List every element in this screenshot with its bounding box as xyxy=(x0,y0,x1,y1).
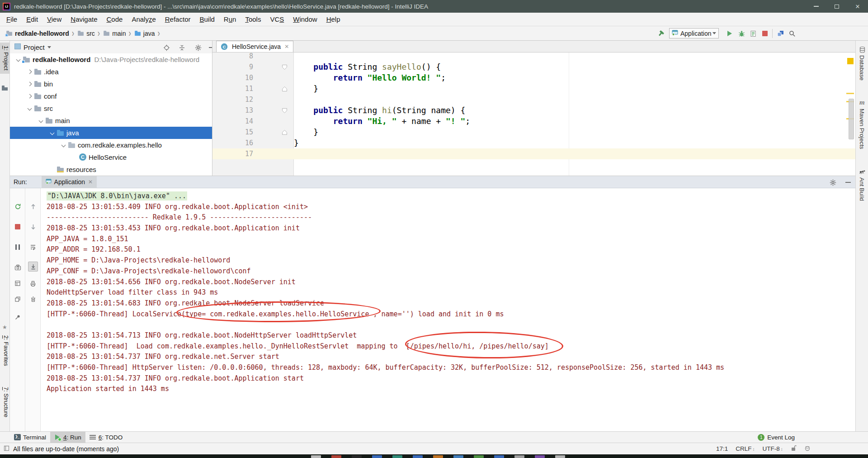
run-tab-application[interactable]: Application ✕ xyxy=(42,176,97,188)
pause-output-icon[interactable] xyxy=(13,242,23,252)
tree-chevron-icon[interactable] xyxy=(25,78,34,90)
tool-strip-tab-maven-projects[interactable]: Maven Projects xyxy=(859,109,865,149)
tree-item-com.redkale.examples.hello[interactable]: com.redkale.examples.hello xyxy=(10,139,212,151)
stop-icon[interactable] xyxy=(13,222,23,232)
caret-position-widget[interactable]: 17:1 xyxy=(716,445,728,452)
run-console[interactable]: "D:\JAVA\JDK 8.0\bin\java.exe" ...2018-0… xyxy=(41,188,855,431)
breadcrumb-item-redkale-helloword[interactable]: redkale-helloword xyxy=(5,29,69,37)
tree-item-resources[interactable]: resources xyxy=(10,163,212,176)
menu-item-code[interactable]: Code xyxy=(102,13,127,26)
collapse-all-icon[interactable] xyxy=(178,44,185,51)
tool-window-tab-terminal[interactable]: Terminal xyxy=(10,432,50,443)
menu-item-tools[interactable]: Tools xyxy=(241,13,265,26)
project-panel-title[interactable]: Project xyxy=(24,43,45,51)
event-log-button[interactable]: 1 Event Log xyxy=(758,432,795,443)
tool-strip-tab-project[interactable]: 1: Project xyxy=(0,43,9,74)
tree-item-.idea[interactable]: .idea xyxy=(10,66,212,78)
tree-item-redkale-helloword[interactable]: redkale-hellowordD:\Java-Projects\redkal… xyxy=(10,53,212,66)
tree-chevron-icon[interactable] xyxy=(59,139,68,151)
pin-tab-icon[interactable] xyxy=(13,312,23,322)
status-panel-icon[interactable] xyxy=(4,445,9,453)
menu-item-help[interactable]: Help xyxy=(322,13,345,26)
line-separator-widget[interactable]: CRLF↕ xyxy=(736,445,755,452)
scroll-to-end-icon[interactable] xyxy=(28,262,38,272)
run-configuration-select[interactable]: Application xyxy=(669,28,719,38)
rerun-icon[interactable] xyxy=(13,201,23,211)
build-hammer-icon[interactable] xyxy=(656,28,666,39)
project-panel-header: Project xyxy=(10,41,212,53)
tree-chevron-icon[interactable] xyxy=(25,102,34,114)
minimize-button[interactable] xyxy=(806,0,826,13)
close-tab-icon[interactable]: ✕ xyxy=(88,179,93,185)
close-button[interactable]: ✕ xyxy=(847,0,868,13)
tool-strip-tab-ant-build[interactable]: Ant Build xyxy=(859,177,865,201)
thread-dump-camera-icon[interactable] xyxy=(13,262,23,272)
inspection-status-marker[interactable] xyxy=(847,58,854,64)
tree-item-src[interactable]: src xyxy=(10,102,212,114)
tree-item-main[interactable]: main xyxy=(10,114,212,127)
gear-icon[interactable] xyxy=(194,44,202,51)
tree-chevron-icon[interactable] xyxy=(25,66,34,78)
coverage-icon[interactable] xyxy=(748,28,759,39)
fold-marker-icon[interactable] xyxy=(253,62,294,72)
down-stack-trace-icon[interactable] xyxy=(28,222,38,232)
menu-item-vcs[interactable]: VCS xyxy=(265,13,288,26)
debug-icon[interactable] xyxy=(736,28,747,39)
menu-item-navigate[interactable]: Navigate xyxy=(66,13,102,26)
restore-layout-icon[interactable] xyxy=(13,278,23,288)
fold-marker-icon[interactable] xyxy=(253,83,294,94)
line-number: 11 xyxy=(212,83,253,94)
tool-strip-tab-favorites[interactable]: 2: Favorites xyxy=(0,332,9,369)
editor-scrollbar-thumb[interactable] xyxy=(849,99,854,139)
docked-tool-window-icon[interactable] xyxy=(1,85,8,92)
up-stack-trace-icon[interactable] xyxy=(28,201,38,211)
hide-panel-icon[interactable] xyxy=(844,179,852,186)
fold-marker-icon[interactable] xyxy=(253,105,294,116)
tool-window-tab-run[interactable]: 4: Run xyxy=(50,432,85,443)
breadcrumb-item-main[interactable]: main xyxy=(103,29,126,37)
project-structure-icon[interactable] xyxy=(775,28,786,39)
print-icon[interactable] xyxy=(28,278,38,288)
project-view-dropdown-icon[interactable] xyxy=(47,46,51,48)
tree-item-java[interactable]: java xyxy=(10,127,212,139)
tool-strip-tab-database[interactable]: Database xyxy=(859,55,865,81)
lock-icon[interactable] xyxy=(791,445,797,453)
tool-strip-tab-structure[interactable]: 7: Structure xyxy=(0,384,9,420)
breadcrumb-item-src[interactable]: src xyxy=(77,29,95,37)
tree-item-HelloService[interactable]: HelloService xyxy=(10,151,212,163)
breadcrumb-item-java[interactable]: java xyxy=(134,29,155,37)
clear-all-trash-icon[interactable] xyxy=(28,294,38,304)
hector-inspection-icon[interactable] xyxy=(804,445,811,453)
stop-icon[interactable] xyxy=(760,28,770,39)
menu-item-window[interactable]: Window xyxy=(288,13,321,26)
menu-item-view[interactable]: View xyxy=(42,13,66,26)
menu-item-refactor[interactable]: Refactor xyxy=(160,13,195,26)
layered-view-icon[interactable] xyxy=(13,294,23,304)
tool-window-tab-todo[interactable]: 6: TODO xyxy=(85,432,127,443)
tree-item-conf[interactable]: conf xyxy=(10,90,212,102)
warning-stripe-mark[interactable] xyxy=(846,93,854,94)
maximize-button[interactable] xyxy=(826,0,847,13)
hide-panel-icon[interactable] xyxy=(208,44,212,51)
menu-item-build[interactable]: Build xyxy=(195,13,219,26)
tree-item-bin[interactable]: bin xyxy=(10,78,212,90)
editor-tab-helloservice[interactable]: HelloService.java ✕ xyxy=(216,41,293,52)
locate-file-icon[interactable] xyxy=(163,44,170,51)
tree-chevron-icon[interactable] xyxy=(25,90,34,102)
close-tab-icon[interactable]: ✕ xyxy=(284,43,289,50)
tree-chevron-icon[interactable] xyxy=(47,127,57,139)
soft-wrap-icon[interactable] xyxy=(28,242,38,252)
tree-chevron-icon[interactable] xyxy=(36,114,45,127)
gear-icon[interactable] xyxy=(829,179,836,186)
run-icon[interactable] xyxy=(724,28,735,39)
code-editor[interactable]: 89 public String sayHello() {10 return "… xyxy=(212,52,855,176)
tree-chevron-icon[interactable] xyxy=(14,53,23,66)
menu-item-edit[interactable]: Edit xyxy=(22,13,42,26)
menu-item-file[interactable]: File xyxy=(2,13,22,26)
menu-item-run[interactable]: Run xyxy=(219,13,241,26)
tab-label: Terminal xyxy=(23,434,46,441)
encoding-widget[interactable]: UTF-8↕ xyxy=(763,445,783,452)
search-everywhere-icon[interactable] xyxy=(787,28,797,39)
fold-marker-icon[interactable] xyxy=(253,127,294,138)
menu-item-analyze[interactable]: Analyze xyxy=(127,13,160,26)
